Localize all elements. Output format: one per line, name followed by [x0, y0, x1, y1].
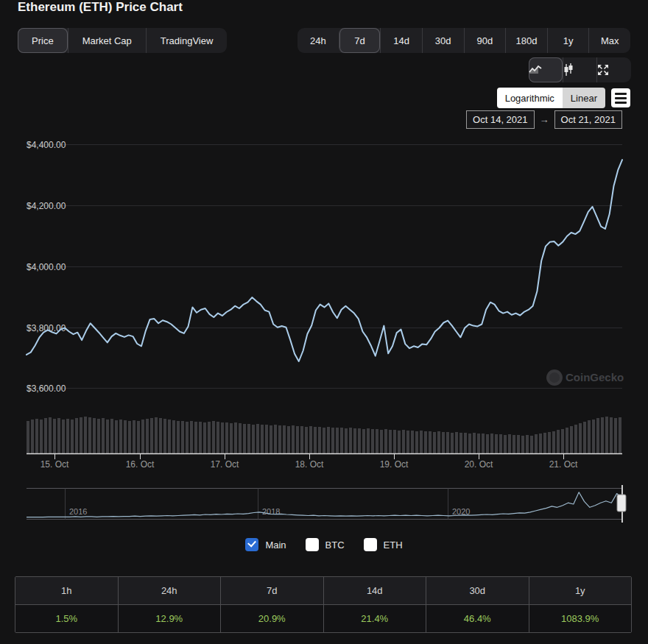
scale-toggle-row: Logarithmic Linear	[497, 88, 630, 108]
table-header-1y: 1y	[529, 577, 632, 604]
date-to-input[interactable]: Oct 21, 2021	[554, 110, 622, 129]
tab-max[interactable]: Max	[588, 28, 630, 53]
price-chart[interactable]: $4,400.00 $4,200.00 $4,000.00 $3,800.00 …	[0, 132, 648, 482]
date-arrow: →	[540, 114, 549, 125]
x-label: 21. Oct	[549, 459, 578, 470]
chart-type-group	[529, 57, 631, 82]
eth-checkbox-label: ETH	[384, 539, 403, 551]
change-30d: 46.4%	[426, 605, 529, 632]
tab-tradingview[interactable]: TradingView	[146, 28, 228, 53]
navigator-handle[interactable]	[617, 495, 626, 512]
change-1h: 1.5%	[15, 605, 118, 632]
tab-price[interactable]: Price	[18, 28, 68, 53]
page-title: Ethereum (ETH) Price Chart	[18, 0, 183, 15]
eth-checkbox-box[interactable]	[364, 538, 377, 551]
tab-24h[interactable]: 24h	[297, 28, 339, 53]
range-tabs-group: 24h 7d 14d 30d 90d 180d 1y Max	[297, 28, 630, 53]
tab-180d[interactable]: 180d	[505, 28, 547, 53]
tab-7d[interactable]: 7d	[339, 28, 381, 53]
checkbox-btc[interactable]: BTC	[306, 538, 345, 551]
table-header-30d: 30d	[426, 577, 529, 604]
table-header-14d: 14d	[323, 577, 426, 604]
table-value-row: 1.5% 12.9% 20.9% 21.4% 46.4% 1083.9%	[15, 605, 631, 632]
table-header-1h: 1h	[15, 577, 118, 604]
tab-90d[interactable]: 90d	[464, 28, 506, 53]
checkbox-main[interactable]: Main	[245, 538, 286, 551]
navigator-line-series	[27, 492, 622, 517]
y-tick-4400: $4,400.00	[27, 140, 66, 150]
hamburger-icon[interactable]	[611, 88, 630, 107]
btc-checkbox-label: BTC	[325, 539, 345, 551]
date-from-input[interactable]: Oct 14, 2021	[466, 110, 534, 129]
tab-30d[interactable]: 30d	[422, 28, 464, 53]
btc-checkbox-box[interactable]	[306, 538, 319, 551]
x-axis-ticks	[55, 454, 564, 459]
tab-market-cap[interactable]: Market Cap	[68, 28, 146, 53]
svg-text:CoinGecko: CoinGecko	[566, 371, 624, 383]
change-14d: 21.4%	[323, 605, 426, 632]
coingecko-watermark: CoinGecko	[546, 369, 624, 386]
nav-year-label: 2020	[452, 507, 470, 516]
checkbox-eth[interactable]: ETH	[364, 538, 403, 551]
logarithmic-button[interactable]: Logarithmic	[497, 88, 563, 108]
y-tick-4000: $4,000.00	[27, 262, 66, 272]
y-tick-4200: $4,200.00	[27, 201, 66, 211]
line-chart-icon[interactable]	[529, 57, 563, 82]
x-label: 17. Oct	[211, 459, 239, 470]
range-navigator[interactable]: 2016 2018 2020	[0, 482, 648, 526]
x-label: 19. Oct	[380, 459, 409, 470]
linear-button[interactable]: Linear	[563, 88, 605, 108]
main-checkbox-box[interactable]	[245, 538, 258, 551]
main-checkbox-label: Main	[265, 539, 286, 551]
eth-price-chart-page: { "page": {"title": "Ethereum (ETH) Pric…	[0, 0, 648, 644]
x-label: 18. Oct	[295, 459, 324, 470]
x-label: 15. Oct	[40, 459, 69, 470]
price-line-series	[27, 160, 622, 361]
tab-14d[interactable]: 14d	[380, 28, 422, 53]
chart-tabs-group: Price Market Cap TradingView	[18, 28, 227, 53]
price-change-table: 1h 24h 7d 14d 30d 1y 1.5% 12.9% 20.9% 21…	[15, 576, 632, 633]
fullscreen-icon[interactable]	[596, 57, 631, 82]
change-7d: 20.9%	[220, 605, 323, 632]
table-header-7d: 7d	[220, 577, 323, 604]
x-label: 16. Oct	[126, 459, 155, 470]
candlestick-icon[interactable]	[563, 57, 597, 82]
legend-row: Main BTC ETH	[0, 538, 648, 551]
change-24h: 12.9%	[118, 605, 221, 632]
table-header-24h: 24h	[118, 577, 221, 604]
change-1y: 1083.9%	[529, 605, 632, 632]
date-range-row: Oct 14, 2021 → Oct 21, 2021	[466, 110, 622, 129]
x-label: 20. Oct	[465, 459, 493, 470]
y-tick-3600: $3,600.00	[27, 383, 66, 394]
volume-bars	[27, 417, 621, 453]
tab-1y[interactable]: 1y	[547, 28, 589, 53]
nav-year-label: 2016	[69, 507, 87, 516]
nav-year-label: 2018	[262, 507, 280, 516]
table-header-row: 1h 24h 7d 14d 30d 1y	[15, 577, 631, 605]
